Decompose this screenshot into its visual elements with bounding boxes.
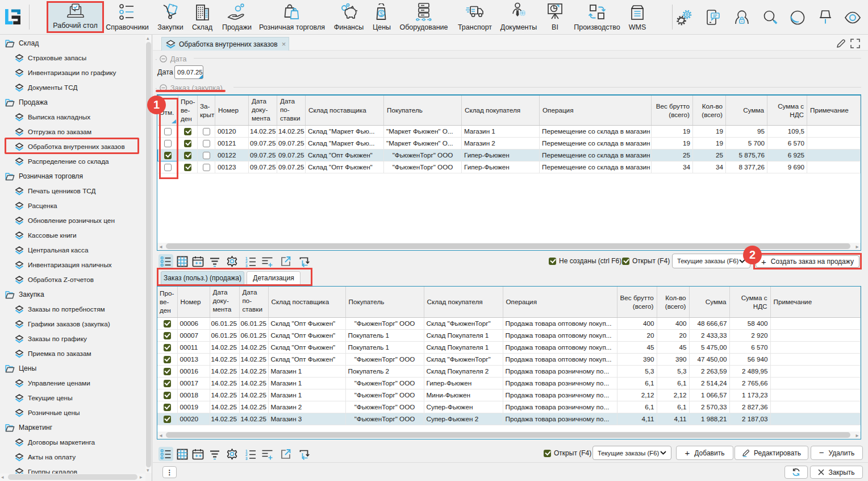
svg-text:3: 3 (245, 263, 248, 267)
svg-text:$: $ (379, 10, 383, 17)
svg-text:3: 3 (245, 456, 248, 460)
